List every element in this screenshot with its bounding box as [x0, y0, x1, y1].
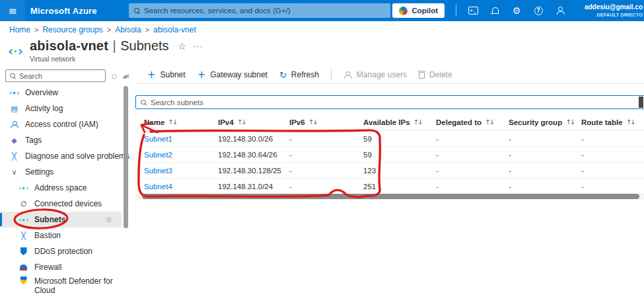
table-row-subnet2[interactable]: Subnet2 192.148.30.64/26 - 59 - - -: [135, 147, 644, 163]
azure-brand[interactable]: Microsoft Azure: [30, 6, 97, 16]
global-search-input[interactable]: [144, 7, 385, 15]
sidebar-item-subnets[interactable]: ‹∙› Subnets ☆: [0, 212, 122, 228]
sidebar-item-diagnose[interactable]: ╳ Diagnose and solve problems: [0, 148, 122, 164]
breadcrumb-home[interactable]: Home: [9, 25, 30, 34]
cell-ipv6: -: [289, 135, 363, 143]
breadcrumb-separator: >: [107, 26, 111, 34]
subnet-name-link[interactable]: Subnet4: [144, 183, 218, 190]
add-subnet-button[interactable]: + Subnet: [147, 70, 186, 80]
breadcrumb-abisola-vnet[interactable]: abisola-vnet: [153, 25, 196, 34]
sidebar-search[interactable]: [5, 69, 106, 82]
sidebar-search-input[interactable]: [19, 72, 101, 80]
table-row-subnet1[interactable]: Subnet1 192.148.30.0/26 - 59 - - -: [135, 131, 644, 147]
manage-users-icon: [343, 71, 352, 79]
account-menu[interactable]: addesiu@gmail.co DEFAULT DIRECTO: [577, 3, 644, 18]
favorite-star-icon[interactable]: ☆: [105, 215, 112, 224]
sidebar-menu: ‹∙› Overview ▤ Activity log Access contr…: [0, 85, 122, 295]
sort-icon: ↑↓: [413, 118, 422, 126]
column-header-ipv6[interactable]: IPv6↑↓: [289, 118, 363, 126]
sidebar-item-tags[interactable]: ◆ Tags: [0, 132, 122, 148]
vnet-icon-right: ›: [18, 45, 23, 58]
manage-users-button[interactable]: Manage users: [343, 70, 407, 79]
column-header-available-ips[interactable]: Available IPs↑↓: [363, 118, 436, 126]
sidebar-group-settings[interactable]: ∨ Settings: [0, 164, 122, 180]
sidebar-item-activity-log[interactable]: ▤ Activity log: [0, 101, 122, 116]
scrollbar-up-arrow[interactable]: ▲: [123, 74, 126, 79]
horizontal-scrollbar-thumb[interactable]: [142, 194, 639, 199]
toolbar-divider: [331, 69, 332, 80]
hamburger-menu-icon[interactable]: ≡: [0, 0, 25, 21]
search-subnets-input[interactable]: [151, 99, 640, 106]
sidebar-item-firewall[interactable]: Firewall: [0, 259, 122, 275]
cell-security-group: -: [509, 167, 581, 175]
cell-ipv4: 192.148.30.0/26: [218, 135, 289, 143]
favorite-star-icon[interactable]: ☆: [178, 41, 187, 52]
column-label: Name: [144, 118, 164, 126]
sync-icon[interactable]: ○: [112, 73, 117, 79]
topbar-actions: Copilot >_ ⚙ ? addesiu@gmail.co DEFAULT …: [392, 0, 644, 21]
add-subnet-label: Subnet: [161, 70, 186, 79]
resource-menu-sidebar: ○ « ‹∙› Overview ▤ Activity log Access c…: [0, 66, 132, 295]
plus-icon: +: [147, 70, 156, 80]
defender-shield-icon: [18, 276, 28, 284]
search-icon: [10, 73, 15, 79]
column-header-name[interactable]: Name↑↓: [144, 118, 218, 126]
global-search[interactable]: [129, 3, 390, 18]
title-divider: |: [113, 38, 116, 53]
account-email: addesiu@gmail.co: [577, 3, 643, 12]
breadcrumb-abisola[interactable]: Abisola: [115, 25, 141, 34]
column-label: IPv4: [218, 118, 234, 126]
column-header-route-table[interactable]: Route table↑↓: [581, 118, 644, 126]
search-icon: [141, 100, 146, 105]
sidebar-item-defender[interactable]: Microsoft Defender for Cloud: [0, 275, 122, 295]
column-header-ipv4[interactable]: IPv4↑↓: [218, 118, 289, 126]
activity-log-icon: ▤: [9, 105, 19, 113]
cell-available-ips: 251: [363, 183, 436, 190]
add-gateway-subnet-button[interactable]: + Gateway subnet: [197, 70, 268, 80]
table-row-subnet4[interactable]: Subnet4 192.148.31.0/24 - 251 - - -: [135, 179, 644, 194]
table-row-subnet3[interactable]: Subnet3 192.148.30.128/25 - 123 - - -: [135, 163, 644, 179]
settings-gear-icon[interactable]: ⚙: [511, 5, 522, 16]
copilot-button[interactable]: Copilot: [392, 3, 445, 18]
subnet-name-link[interactable]: Subnet2: [144, 151, 218, 159]
main-vertical-scrollbar[interactable]: [639, 97, 643, 108]
plus-icon: +: [197, 70, 206, 80]
delete-button[interactable]: Delete: [419, 70, 452, 79]
subnets-pane: + Subnet + Gateway subnet ↻ Refresh Mana…: [135, 66, 644, 295]
bastion-icon: ╳: [18, 232, 28, 240]
sidebar-scrollbar[interactable]: [124, 86, 128, 228]
column-header-security-group[interactable]: Security group↑↓: [509, 118, 581, 126]
breadcrumb-resource-groups[interactable]: Resource groups: [42, 25, 102, 34]
sidebar-item-bastion[interactable]: ╳ Bastion: [0, 228, 122, 243]
sidebar-item-address-space[interactable]: ‹∙› Address space: [0, 180, 122, 196]
chevron-down-icon: ∨: [9, 168, 19, 177]
cell-ipv4: 192.148.31.0/24: [218, 183, 289, 190]
diagnose-icon: ╳: [9, 152, 19, 161]
sidebar-item-access-control[interactable]: Access control (IAM): [0, 116, 122, 132]
copilot-icon: [399, 7, 408, 15]
sidebar-item-overview[interactable]: ‹∙› Overview: [0, 85, 122, 101]
subnet-filter[interactable]: [135, 95, 644, 109]
notifications-bell-icon[interactable]: [489, 5, 500, 16]
cell-delegated-to: -: [436, 151, 509, 159]
sidebar-item-connected-devices[interactable]: ∅ Connected devices: [0, 196, 122, 212]
cloud-shell-icon[interactable]: >_: [468, 5, 478, 16]
help-icon[interactable]: ?: [533, 5, 544, 16]
refresh-button[interactable]: ↻ Refresh: [279, 70, 319, 79]
breadcrumb-separator: >: [34, 26, 38, 34]
feedback-icon[interactable]: [555, 5, 565, 16]
sort-icon: ↑↓: [168, 118, 176, 126]
sidebar-item-ddos-protection[interactable]: DDoS protection: [0, 243, 122, 259]
search-icon: [134, 8, 139, 13]
column-header-delegated-to[interactable]: Delegated to↑↓: [436, 118, 509, 126]
feedback-person-glyph: [556, 7, 565, 15]
more-options-icon[interactable]: ···: [193, 41, 203, 51]
sort-icon: ↑↓: [485, 118, 493, 126]
cell-delegated-to: -: [436, 183, 509, 190]
cell-available-ips: 59: [363, 135, 436, 143]
firewall-icon: [18, 265, 28, 271]
subnet-name-link[interactable]: Subnet1: [144, 135, 218, 143]
vnet-name: abisola-vnet: [30, 38, 108, 53]
subnet-name-link[interactable]: Subnet3: [144, 167, 218, 175]
delete-label: Delete: [429, 70, 452, 79]
